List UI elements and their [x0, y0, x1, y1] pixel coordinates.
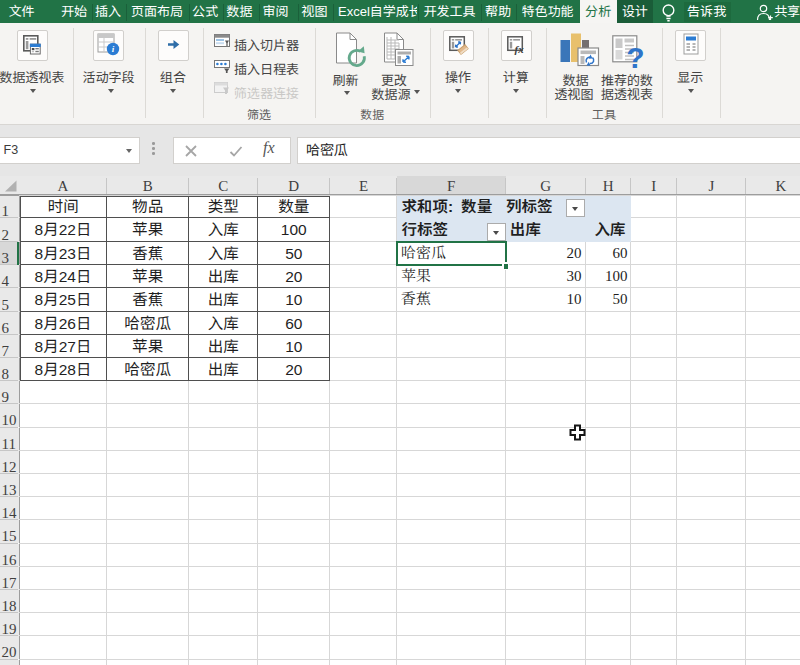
svg-text:fx: fx	[515, 42, 525, 54]
svg-text:?: ?	[626, 41, 644, 71]
